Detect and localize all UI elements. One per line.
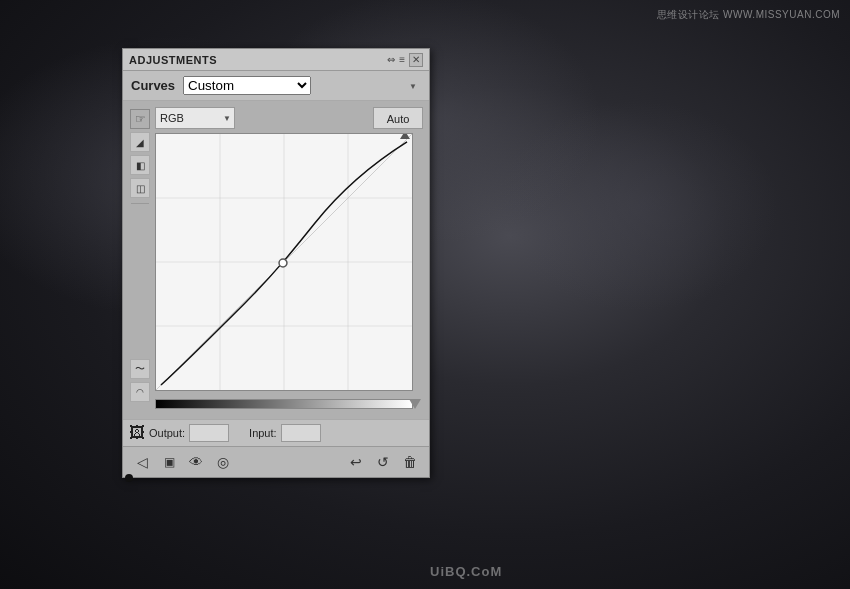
curves-preset-row: Curves Custom Default Strong Contrast In… [123,71,429,101]
smooth-icon: ◠ [136,387,144,397]
bottom-icon-row: ◁ ▣ 👁 ◎ ↩ ↺ 🗑 [123,446,429,477]
curve-control-point [279,259,287,267]
output-icon-group: 🖼 Output: [129,424,229,442]
preset-select[interactable]: Custom Default Strong Contrast Increase … [183,76,311,95]
adjustments-panel: ADJUSTMENTS ⇔ ≡ ✕ Curves Custom Default … [122,48,430,478]
preset-select-wrapper: Custom Default Strong Contrast Increase … [183,76,421,95]
watermark-bottom-logo: UiBQ.CoM [430,564,502,579]
auto-button[interactable]: Auto [373,107,423,129]
eyedropper3-icon: ◫ [136,183,145,194]
output-icon: 🖼 [129,424,145,442]
visibility-button[interactable]: 👁 [185,451,207,473]
curve-wave-icon: 〜 [135,362,145,376]
channel-row: RGB Red Green Blue Auto [155,107,423,129]
curves-main: RGB Red Green Blue Auto [155,107,423,413]
panel-resize-icon[interactable]: ⇔ [387,54,395,65]
watermark-top: 思维设计论坛 WWW.MISSYUAN.COM [657,8,840,22]
panel-close-button[interactable]: ✕ [409,53,423,67]
gradient-triangle [409,399,421,409]
gradient-bar-container [155,399,423,413]
curve-pencil-button[interactable]: 〜 [130,359,150,379]
rotate-icon: ↺ [377,454,389,470]
left-tools: ☞ ◢ ◧ ◫ 〜 ◠ [129,107,151,413]
eyedropper2-button[interactable]: ◧ [130,155,150,175]
panel-menu-icon[interactable]: ≡ [399,54,405,65]
hand-tool-button[interactable]: ☞ [130,109,150,129]
target-button[interactable]: ◎ [212,451,234,473]
curve-canvas[interactable] [155,133,413,391]
bottom-icons-left: ◁ ▣ 👁 ◎ [131,451,234,473]
black-point-handle[interactable] [125,474,133,482]
channel-select[interactable]: RGB Red Green Blue [155,107,235,129]
content-area: ☞ ◢ ◧ ◫ 〜 ◠ R [123,101,429,419]
white-point-handle[interactable] [400,133,410,139]
back-icon: ◁ [137,454,148,470]
panel-titlebar: ADJUSTMENTS ⇔ ≡ ✕ [123,49,429,71]
adjustment-layer-button[interactable]: ▣ [158,451,180,473]
reset-icon: ↩ [350,454,362,470]
reset-button[interactable]: ↩ [345,451,367,473]
input-value-input[interactable] [281,424,321,442]
eyedropper2-icon: ◧ [136,160,145,171]
panel-title: ADJUSTMENTS [129,54,217,66]
eye-icon: 👁 [189,454,203,470]
back-button[interactable]: ◁ [131,451,153,473]
eyedropper1-button[interactable]: ◢ [130,132,150,152]
input-group: Input: [249,424,321,442]
channel-select-wrapper: RGB Red Green Blue [155,107,235,129]
adjustment-layer-icon: ▣ [164,455,175,469]
tool-separator [131,203,149,204]
target-icon: ◎ [217,454,229,470]
output-label: Output: [149,427,185,439]
input-label: Input: [249,427,277,439]
eyedropper3-button[interactable]: ◫ [130,178,150,198]
curves-label: Curves [131,78,175,93]
output-value-input[interactable] [189,424,229,442]
panel-title-controls: ⇔ ≡ ✕ [387,53,423,67]
bottom-icons-right: ↩ ↺ 🗑 [345,451,421,473]
rotate-button[interactable]: ↺ [372,451,394,473]
hand-icon: ☞ [135,112,146,126]
delete-button[interactable]: 🗑 [399,451,421,473]
gradient-bar [155,399,413,409]
eyedropper1-icon: ◢ [136,137,144,148]
curve-svg [156,134,412,390]
delete-icon: 🗑 [403,454,417,470]
output-input-row: 🖼 Output: Input: [123,419,429,446]
smooth-curve-button[interactable]: ◠ [130,382,150,402]
